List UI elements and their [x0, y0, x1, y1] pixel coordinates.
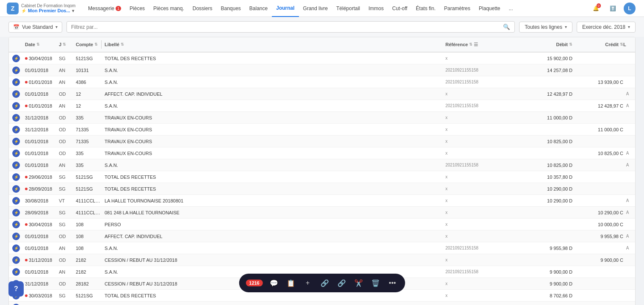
filter-select[interactable]: Toutes les lignes ▾ [519, 22, 572, 33]
float-link-button[interactable]: 🔗 [319, 277, 331, 289]
table-row[interactable]: ⚡ 01/01/2018 AN 335 S.A.N. 2021092115515… [9, 159, 635, 171]
col-date-header[interactable]: Date ⇅ [25, 42, 59, 47]
row-debit: 15 902,00 D [522, 56, 572, 61]
row-debit: 10 825,00 D [522, 163, 572, 168]
help-button[interactable]: ? [8, 281, 24, 297]
nav-more[interactable]: ... [505, 0, 517, 17]
float-comment-button[interactable]: 💬 [268, 277, 280, 289]
row-icon-cell: ⚡ [12, 221, 25, 228]
row-journal: OD [59, 139, 76, 144]
table-row[interactable]: ⚡ 30/04/2018 SG 5121SG TOTAL DES RECETTE… [9, 53, 635, 64]
row-reference: x [445, 198, 509, 203]
row-journal: OD [59, 258, 76, 263]
nav-dossiers[interactable]: Dossiers [188, 0, 217, 17]
row-letter: A [623, 234, 632, 238]
float-link2-button[interactable]: 🔗 [336, 277, 348, 289]
nav-teleportail[interactable]: Téléportail [332, 0, 364, 17]
row-debit: 11 000,00 D [522, 115, 572, 120]
view-select-chevron-icon: ▾ [55, 25, 58, 29]
nav-messagerie[interactable]: Messagerie 1 [84, 0, 125, 17]
row-letter: A [623, 151, 632, 155]
row-credit: 10 825,00 C [572, 151, 623, 156]
exercice-select[interactable]: Exercice déc. 2018 ▾ [577, 22, 636, 33]
col-reference-header[interactable]: Référence ⇅ ☰ [445, 42, 509, 47]
nav-etats-fin[interactable]: États fin. [412, 0, 440, 17]
table-row[interactable]: ⚡ 01/01/2018 OD 71335 TRAVAUX EN-COURS x… [9, 136, 635, 147]
row-reference: x [445, 56, 509, 61]
row-status-icon: ⚡ [12, 161, 20, 169]
row-journal: AN [59, 68, 76, 73]
row-compte: 2182 [76, 258, 101, 263]
float-delete-button[interactable]: 🗑️ [370, 277, 381, 289]
float-scissors-button[interactable]: ✂️ [353, 277, 365, 289]
nav-right: 🔔 0 ⬆️ L [590, 3, 641, 14]
row-journal: AN [59, 163, 76, 168]
view-select[interactable]: 📅 Vue Standard ▾ [8, 22, 62, 33]
nav-cut-off[interactable]: Cut-off [388, 0, 412, 17]
app-logo[interactable]: Z [7, 3, 19, 14]
row-compte: 335 [76, 115, 101, 120]
row-icon-cell: ⚡ [12, 197, 25, 205]
search-input[interactable] [71, 24, 500, 30]
table-row[interactable]: ⚡ 28/09/2018 SG 4111CCL00...065 081 248 … [9, 207, 635, 219]
row-date: 30/04/2018 [25, 55, 59, 61]
row-journal: SG [59, 293, 76, 298]
nav-plaquette[interactable]: Plaquette [475, 0, 505, 17]
nav-journal[interactable]: Journal [272, 0, 299, 17]
nav-immos[interactable]: Immos [364, 0, 388, 17]
nav-pieces-manq[interactable]: Pièces manq. [149, 0, 188, 17]
row-status-icon: ⚡ [12, 233, 20, 240]
col-compte-header[interactable]: Compte ⇅ [76, 42, 101, 47]
search-button[interactable]: 🔍 [503, 24, 510, 30]
nav-grand-livre[interactable]: Grand livre [299, 0, 332, 17]
row-journal: OD [59, 92, 76, 97]
messagerie-badge: 1 [116, 6, 121, 11]
col-debit-header[interactable]: Débit ⇅ [522, 42, 572, 47]
table-row[interactable]: ⚡ 30/08/2018 VT 4111CCL00...065 LA HALLE… [9, 195, 635, 207]
row-date: 30/04/2018 [25, 222, 59, 227]
nav-pieces[interactable]: Pièces [125, 0, 149, 17]
row-compte: 71335 [76, 127, 101, 132]
col-libelle-header[interactable]: Libellé ⇅ [105, 42, 445, 47]
upload-button[interactable]: ⬆️ [607, 3, 619, 14]
table-row[interactable]: ⚡ 29/06/2018 SG 5121SG TOTAL DES RECETTE… [9, 171, 635, 183]
float-clipboard-button[interactable]: 📋 [285, 277, 297, 289]
table-row[interactable]: ⚡ 01/01/2018 OD 12 AFFECT. CAP. INDIVIDU… [9, 88, 635, 100]
row-libelle: AFFECT. CAP. INDIVIDUEL [105, 92, 445, 97]
table-row[interactable]: ⚡ 01/01/2018 AN 108 S.A.N. 2021092115515… [9, 242, 635, 254]
table-row[interactable]: ⚡ 01/01/2018 AN 4386 S.A.N. 202109211551… [9, 76, 635, 88]
nav-parametres[interactable]: Paramètres [440, 0, 475, 17]
row-libelle: S.A.N. [105, 103, 445, 108]
nav-balance[interactable]: Balance [245, 0, 272, 17]
table-row[interactable]: ⚡ 01/01/2018 AN 10131 S.A.N. 20210921155… [9, 64, 635, 76]
float-toolbar: 1216 💬 📋 + 🔗 🔗 ✂️ 🗑️ ••• [239, 274, 405, 292]
col-journal-header[interactable]: J ⇅ [59, 42, 76, 47]
row-libelle: TOTAL DES RECETTES [105, 175, 445, 180]
nav-banques[interactable]: Banques [216, 0, 245, 17]
notifications-button[interactable]: 🔔 0 [590, 3, 602, 14]
table-row[interactable]: ⚡ 30/04/2018 SG 108 PERSO x 10 000,00 C [9, 219, 635, 230]
table-row[interactable]: ⚡ 01/01/2018 AN 12 S.A.N. 20210921155158… [9, 100, 635, 112]
ref-sort-icon: ⇅ [469, 42, 473, 47]
table-row[interactable]: ⚡ 31/12/2018 OD 335 TRAVAUX EN-COURS x 1… [9, 112, 635, 124]
table-row[interactable]: ⚡ 01/01/2018 OD 335 TRAVAUX EN-COURS x 1… [9, 147, 635, 159]
avatar[interactable]: L [624, 3, 636, 14]
row-icon-cell: ⚡ [12, 138, 25, 145]
row-status-icon: ⚡ [12, 304, 20, 305]
table-row[interactable]: ⚡ 31/12/2018 OD 71335 TRAVAUX EN-COURS x… [9, 124, 635, 136]
exercice-chevron-icon: ▾ [628, 25, 630, 29]
row-icon-cell: ⚡ [12, 304, 25, 305]
float-add-button[interactable]: + [302, 277, 314, 289]
row-debit: 9 900,00 D [522, 281, 572, 286]
row-libelle: S.A.N. [105, 68, 445, 73]
col-credit-header[interactable]: Crédit ⇅ [572, 42, 623, 47]
row-debit: 10 290,00 D [522, 186, 572, 191]
dossier-name[interactable]: ⚡ Mon Premier Dos... ▾ [21, 8, 75, 13]
table-row[interactable]: ⚡ 28/09/2018 SG 5121SG TOTAL DES RECETTE… [9, 183, 635, 195]
table-row[interactable]: ⚡ 31/12/2018 OD 2182 CESSION / REBUT AU … [9, 254, 635, 266]
table-row[interactable]: ⚡ 01/01/2018 OD 108 AFFECT. CAP. INDIVID… [9, 230, 635, 242]
table-row[interactable]: ⚡ 30/08/2018 VT 7015 LA HALLE TOURNI... … [9, 302, 635, 305]
row-date: 01/01/2018 [25, 234, 59, 239]
col-separator [101, 40, 102, 49]
float-more-button[interactable]: ••• [387, 277, 398, 289]
